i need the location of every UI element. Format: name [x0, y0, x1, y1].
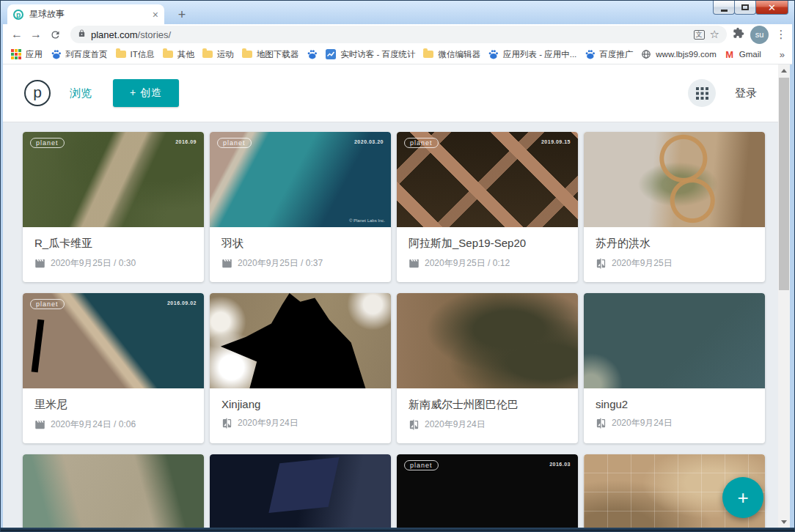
story-thumbnail [397, 293, 578, 388]
extensions-puzzle-icon[interactable] [733, 27, 744, 42]
date-stamp: 2020.03.20 [354, 139, 384, 144]
story-date: 2020年9月24日 [238, 417, 298, 429]
scroll-up-button[interactable] [778, 64, 790, 76]
story-date: 2020年9月25日 [612, 257, 673, 270]
scroll-down-button[interactable] [778, 516, 790, 528]
bookmark-item[interactable]: 运动 [202, 48, 234, 60]
date-stamp: 2019.09.15 [541, 139, 571, 144]
planet-watermark: planet [30, 138, 65, 148]
bookmark-star-icon[interactable]: ☆ [710, 28, 719, 41]
page-scrollbar[interactable] [778, 64, 790, 528]
movie-icon [34, 419, 45, 430]
bookmark-item[interactable]: 百度推广 [584, 48, 633, 60]
create-button[interactable]: + 创造 [113, 79, 179, 107]
bookmark-item[interactable]: www.lbjs99.com [640, 48, 716, 60]
story-date: 2020年9月24日 [612, 417, 673, 429]
story-title: 新南威尔士州图巴伦巴 [409, 398, 566, 412]
compare-icon [596, 418, 607, 429]
planet-logo[interactable]: p [24, 80, 51, 106]
window-bottom-frame [0, 528, 795, 532]
movie-icon [34, 258, 45, 269]
reload-icon[interactable] [45, 26, 65, 43]
bookmark-item[interactable]: IT信息 [115, 48, 155, 60]
story-title: Xinjiang [221, 398, 379, 410]
story-thumbnail [584, 293, 765, 388]
story-title: 里米尼 [34, 398, 192, 412]
folder-icon [115, 48, 127, 60]
story-title: 苏丹的洪水 [596, 237, 753, 251]
scrollbar-thumb[interactable] [779, 78, 789, 290]
story-card[interactable]: planet 2016.03 [397, 454, 578, 528]
apps-grid-button[interactable] [688, 79, 716, 107]
site-header: p 浏览 + 创造 登录 [3, 64, 778, 122]
story-thumbnail [210, 454, 391, 528]
baidu-icon [488, 48, 499, 60]
bookmark-item[interactable]: 应用 [10, 48, 43, 60]
story-card[interactable]: planet 2016.09.02 里米尼 2020年9月24日 / 0:06 [23, 293, 204, 443]
url-text: planet.com/stories/ [91, 29, 689, 40]
story-card[interactable]: singu2 2020年9月24日 [584, 293, 765, 443]
bookmark-item[interactable]: 其他 [162, 48, 194, 60]
bookmarks-overflow-icon[interactable]: » [780, 49, 785, 60]
bookmark-label: Gmail [739, 50, 761, 59]
translate-icon[interactable]: 文 [694, 30, 705, 40]
minimize-button[interactable] [713, 1, 735, 15]
story-card[interactable]: Xinjiang 2020年9月24日 [210, 293, 391, 443]
bookmark-item[interactable] [306, 48, 318, 60]
new-tab-button[interactable]: + [173, 6, 191, 23]
story-date: 2020年9月25日 / 0:30 [51, 257, 136, 270]
bookmark-item[interactable]: 微信编辑器 [422, 48, 480, 60]
story-card[interactable]: 新南威尔士州图巴伦巴 2020年9月24日 [397, 293, 578, 443]
nav-browse-link[interactable]: 浏览 [70, 86, 92, 100]
bookmark-item[interactable]: 地图下载器 [241, 48, 299, 60]
browser-tab[interactable]: p 星球故事 × [7, 4, 164, 24]
story-thumbnail [584, 132, 765, 227]
movie-icon [409, 258, 420, 269]
bookmark-label: IT信息 [131, 49, 155, 60]
create-story-fab[interactable]: + [722, 477, 763, 518]
story-card[interactable] [23, 454, 204, 528]
compare-icon [596, 258, 607, 269]
story-card[interactable] [210, 454, 391, 528]
baidu-icon [50, 48, 62, 60]
planet-favicon-icon: p [13, 10, 23, 20]
bookmark-label: 其他 [177, 49, 194, 60]
bookmark-label: 地图下载器 [257, 49, 299, 60]
globe-icon [640, 48, 652, 60]
story-card[interactable]: planet 2019.09.15 阿拉斯加_Sep19-Sep20 2020年… [397, 132, 578, 282]
tab-close-icon[interactable]: × [153, 9, 158, 21]
close-button[interactable]: ✕ [755, 1, 788, 15]
profile-avatar[interactable]: su [750, 26, 769, 44]
forward-icon[interactable]: → [26, 26, 45, 43]
bookmark-item[interactable]: 应用列表 - 应用中... [488, 48, 576, 60]
folder-icon [422, 48, 434, 60]
bookmark-item[interactable]: 到百度首页 [50, 48, 108, 60]
story-thumbnail: planet 2019.09.15 [397, 132, 578, 227]
movie-icon [221, 258, 232, 269]
back-icon[interactable]: ← [7, 26, 26, 43]
planet-watermark: planet [404, 460, 439, 470]
story-card[interactable]: 苏丹的洪水 2020年9月25日 [584, 132, 765, 282]
story-card[interactable]: planet 2020.03.20 © Planet Labs Inc. 羽状 … [210, 132, 391, 282]
folder-icon [241, 48, 253, 60]
address-bar[interactable]: planet.com/stories/ 文 ☆ [70, 26, 727, 43]
folder-icon [202, 48, 213, 60]
baidu-icon [584, 48, 596, 60]
story-card[interactable]: planet 2016.09 R_瓜卡维亚 2020年9月25日 / 0:30 [23, 132, 204, 282]
story-thumbnail [23, 454, 204, 528]
story-date: 2020年9月24日 [425, 418, 486, 431]
chart-icon [325, 48, 337, 60]
story-title: 阿拉斯加_Sep19-Sep20 [409, 237, 566, 251]
story-thumbnail: planet 2016.03 [397, 454, 578, 528]
browser-menu-icon[interactable]: ⋮ [774, 28, 788, 41]
date-stamp: 2016.09 [175, 139, 197, 144]
maximize-button[interactable] [734, 1, 756, 15]
story-title: singu2 [596, 398, 753, 410]
bookmark-item[interactable]: 实时访客 - 百度统计 [325, 48, 415, 60]
bookmark-label: 应用 [26, 49, 43, 60]
bookmark-item[interactable]: M Gmail [724, 48, 761, 60]
login-link[interactable]: 登录 [735, 86, 757, 100]
browser-toolbar: ← → planet.com/stories/ 文 ☆ su ⋮ [3, 24, 792, 45]
story-date: 2020年9月24日 / 0:06 [51, 418, 136, 431]
bookmark-label: 运动 [217, 49, 234, 60]
